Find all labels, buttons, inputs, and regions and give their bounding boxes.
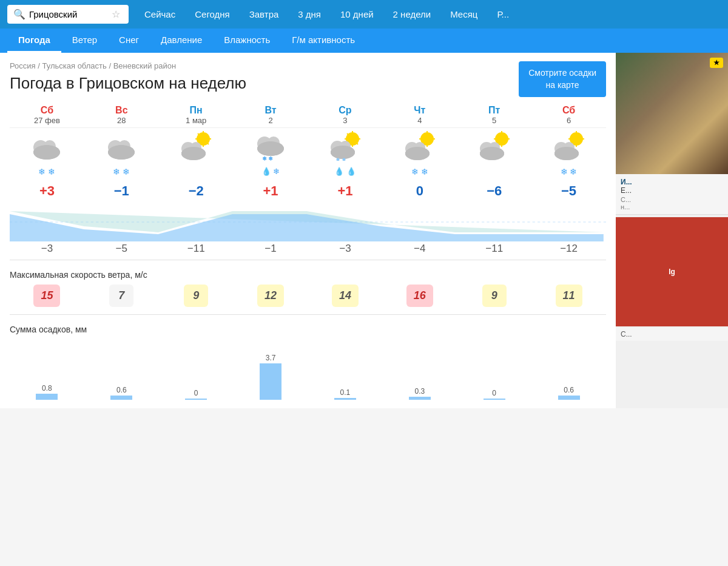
day-name-5: Чт	[383, 105, 456, 116]
svg-text:❄: ❄	[268, 155, 273, 161]
wind-section-label: Максимальная скорость ветра, м/с	[10, 270, 606, 280]
precip-bar-3	[260, 363, 281, 400]
precip-val-4: 0.1	[340, 388, 351, 397]
breadcrumb-region[interactable]: Тульская область	[42, 61, 107, 70]
day-4: Ср 3	[308, 101, 383, 127]
precip-bar-1	[110, 396, 132, 400]
day-date-0: 27 фев	[11, 116, 83, 125]
precip-icons-row: ❄ ❄ ❄ ❄ 💧 ❄ 💧 💧 ❄ ❄ ❄ ❄	[10, 165, 606, 178]
lo-temps-row: −3 −5 −11 −1 −3 −4 −11 −12	[10, 243, 606, 255]
nav-now[interactable]: Сейчас	[135, 5, 185, 23]
wind-cell-6: 9	[457, 285, 531, 307]
nav-month[interactable]: Месяц	[440, 5, 487, 23]
nav-3days[interactable]: 3 дня	[288, 5, 331, 23]
weather-icon-0	[10, 128, 84, 165]
lo-temp-1: −5	[84, 243, 159, 255]
day-6: Пт 5	[457, 101, 531, 127]
precip-bar-6	[484, 399, 505, 400]
precip-icon-7: ❄ ❄	[531, 165, 606, 178]
wind-value-2: 9	[184, 285, 208, 307]
svg-point-7	[108, 145, 135, 160]
wind-value-5: 16	[406, 285, 433, 307]
nav-10days[interactable]: 10 дней	[331, 5, 383, 23]
page-title: Погода в Грицовском на неделю	[10, 74, 246, 93]
day-1: Вс 28	[84, 101, 159, 127]
day-name-4: Ср	[309, 105, 382, 116]
svg-point-37	[331, 146, 355, 159]
nav-weather[interactable]: Погода	[7, 29, 61, 53]
nav-today[interactable]: Сегодня	[185, 5, 240, 23]
weather-icon-1	[84, 128, 159, 165]
precip-val-3: 3.7	[266, 354, 276, 362]
hi-temp-0: +3	[10, 183, 84, 199]
favorite-icon[interactable]: ☆	[112, 8, 120, 20]
wind-value-3: 12	[257, 285, 284, 307]
hi-temp-1: −1	[84, 183, 159, 199]
sidebar-ad-second[interactable]: Ig	[616, 217, 728, 326]
precip-val-5: 0.3	[414, 387, 425, 396]
precip-val-6: 0	[492, 389, 496, 397]
wind-cell-7: 11	[531, 285, 606, 307]
map-button[interactable]: Смотрите осадки на карте	[519, 61, 606, 97]
day-date-2: 1 мар	[160, 116, 232, 125]
weather-icon-7	[531, 128, 606, 165]
nav-snow[interactable]: Снег	[108, 29, 150, 53]
weather-icon-5	[382, 128, 457, 165]
precip-chart: 0.8 0.6 0 3.7 0.1	[10, 339, 606, 400]
day-date-4: 3	[309, 116, 382, 125]
sidebar-ad-title: И...	[621, 178, 723, 186]
day-date-6: 5	[458, 116, 530, 125]
day-date-7: 6	[533, 116, 605, 125]
breadcrumb-district[interactable]: Веневский район	[113, 61, 177, 70]
nav-2weeks[interactable]: 2 недели	[383, 5, 441, 23]
nav-pressure[interactable]: Давление	[150, 29, 213, 53]
nav-wind[interactable]: Ветер	[61, 29, 108, 53]
sidebar: ★ И... Е... С...н... Ig С...	[616, 53, 728, 408]
sidebar-ad-bottom: С...	[616, 328, 728, 341]
day-date-5: 4	[383, 116, 456, 125]
wind-value-7: 11	[556, 285, 582, 307]
svg-text:❄: ❄	[262, 155, 267, 161]
nav-more[interactable]: Р...	[487, 5, 519, 23]
weather-icon-2	[159, 128, 234, 165]
sidebar-ad-bottom-text: С...	[621, 330, 632, 339]
hi-temp-5: 0	[382, 183, 457, 199]
precip-icon-6	[457, 165, 531, 178]
hi-temps-row: +3 −1 −2 +1 +1 0 −6 −5	[10, 183, 606, 199]
sidebar-ad-top[interactable]: ★	[616, 53, 728, 174]
breadcrumb-russia[interactable]: Россия	[10, 61, 36, 70]
breadcrumb-sep1: /	[38, 61, 42, 70]
precip-icon-0: ❄ ❄	[10, 165, 84, 178]
nav-tomorrow[interactable]: Завтра	[240, 5, 289, 23]
precip-val-0: 0.8	[42, 384, 52, 392]
wind-cell-3: 12	[234, 285, 308, 307]
day-name-1: Вс	[86, 105, 158, 116]
search-input[interactable]	[29, 9, 108, 19]
sidebar-ad-second-label: Ig	[669, 268, 675, 276]
wind-value-4: 14	[332, 285, 359, 307]
day-date-1: 28	[86, 116, 158, 125]
search-icon: 🔍	[13, 8, 25, 20]
weather-icon-6	[457, 128, 531, 165]
temp-chart-area: +3 −1 −2 +1 +1 0 −6 −5 −3 −5	[10, 183, 606, 255]
day-name-3: Вт	[235, 105, 307, 116]
wind-cell-4: 14	[308, 285, 383, 307]
precip-section-label: Сумма осадков, мм	[10, 325, 606, 334]
precip-bar-7	[558, 396, 580, 400]
nav-geo[interactable]: Г/м активность	[281, 29, 366, 53]
wind-value-6: 9	[482, 285, 507, 307]
precip-icon-3: 💧 ❄	[234, 165, 308, 178]
lo-temp-6: −11	[457, 243, 531, 255]
precip-bar-2	[185, 399, 207, 400]
svg-point-57	[480, 147, 504, 160]
nav-humidity[interactable]: Влажность	[213, 29, 281, 53]
day-name-0: Сб	[11, 105, 83, 116]
hi-temp-4: +1	[308, 183, 383, 199]
day-name-2: Пн	[160, 105, 232, 116]
sidebar-ad-subtitle: Е...	[621, 186, 723, 195]
second-nav: Погода Ветер Снег Давление Влажность Г/м…	[0, 29, 728, 53]
svg-line-32	[347, 133, 348, 135]
svg-point-48	[405, 147, 430, 160]
weather-icon-3: ❄ ❄	[234, 128, 308, 165]
svg-point-22	[257, 141, 284, 156]
